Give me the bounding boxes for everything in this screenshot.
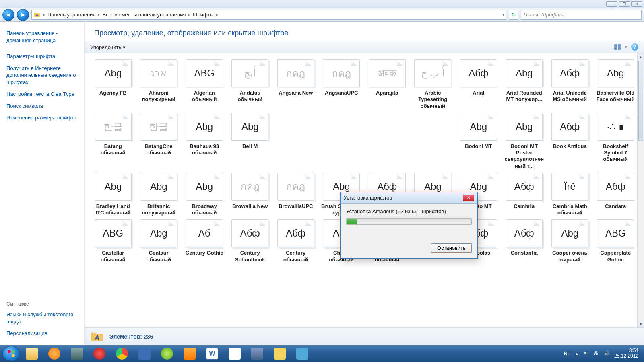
font-item[interactable]: AbgArial Rounded MT полужир... [503,59,546,109]
font-item[interactable]: ABGAlgerian обычный [183,59,226,109]
sidebar-link-text-services[interactable]: Языки и службы текстового ввода [5,309,79,327]
svg-point-9 [12,354,15,357]
search-input[interactable]: Поиск: Шрифты [521,10,642,20]
organize-button[interactable]: Упорядочить ▾ [90,44,126,50]
taskbar-app-icon[interactable] [134,346,155,361]
font-item[interactable]: अबकAparajita [366,59,409,109]
font-item[interactable]: АбфBook Antiqua [549,113,591,169]
back-button[interactable]: ◄ [2,9,14,21]
font-item[interactable]: АбфCentury Schoolbook [229,219,272,263]
scroll-down-icon[interactable]: ▼ [638,321,644,327]
font-item[interactable]: АбфArial [457,59,500,109]
scroll-up-icon[interactable]: ▲ [638,53,644,60]
font-item[interactable]: AbgBradley Hand ITC обычный [92,173,134,216]
font-item[interactable]: АбCentury Gothic [183,219,226,263]
font-item[interactable]: АбфCandara [594,173,637,216]
svg-rect-4 [618,47,621,50]
network-icon[interactable]: 🖧 [593,350,600,357]
sidebar-link-cleartype[interactable]: Настройка текста ClearType [5,88,79,100]
flag-icon[interactable]: ⚑ [583,350,589,357]
refresh-button[interactable]: ↻ [509,10,518,20]
language-indicator[interactable]: RU [564,351,571,356]
font-thumbnail: Абф [231,219,268,247]
font-item[interactable]: ABGCopperplate Gothic [594,219,637,263]
font-item[interactable]: AbgBauhaus 93 обычный [183,113,226,169]
taskbar-app-icon[interactable] [291,346,313,361]
taskbar-paint-icon[interactable] [224,346,246,361]
vertical-scrollbar[interactable]: ▲ ▼ [637,53,644,327]
font-label: Constantia [511,250,538,256]
minimize-button[interactable]: — [606,1,617,7]
sidebar-link-personalization[interactable]: Персонализация [5,327,79,339]
taskbar-explorer-icon[interactable] [21,346,43,361]
sidebar: Панель управления - домашняя страница Па… [0,22,85,345]
font-thumbnail: กคฎ [277,173,314,201]
fonts-folder-icon: A [33,11,41,19]
close-button[interactable]: ✕ [631,1,642,7]
font-item[interactable]: 한글Batang обычный [92,113,134,169]
taskbar-photo-icon[interactable] [246,346,268,361]
stop-button[interactable]: Остановить [431,243,472,253]
dialog-titlebar[interactable]: Установка шрифтов ✕ [341,192,477,204]
font-item[interactable]: AbgAgency FB [92,59,134,109]
font-item[interactable]: أ ب جArabic Typesetting обычный [412,59,454,109]
font-item[interactable]: กคฎAngsana New [275,59,317,109]
sidebar-link-home[interactable]: Панель управления - домашняя страница [5,27,79,46]
volume-icon[interactable]: 🔊 [604,350,610,357]
taskbar-app-icon[interactable] [269,346,291,361]
font-item[interactable]: กคฎBrowalliaUPC [275,173,317,216]
forward-button[interactable]: ► [17,9,29,21]
font-item[interactable]: กคฎAngsanaUPC [320,59,363,109]
font-item[interactable]: AbgCooper очень жирный [549,219,591,263]
clock[interactable]: 3:54 25.12.2012 [614,348,638,359]
taskbar-app-icon[interactable] [66,346,88,361]
font-item[interactable]: AbgBritannic полужирный [138,173,180,216]
font-item[interactable]: AbgBodoni MT Poster сверхуплотненный т..… [503,113,546,169]
dialog-close-button[interactable]: ✕ [463,195,474,201]
font-item[interactable]: אבגAharoni полужирный [138,59,180,109]
font-item[interactable]: ∙∴ ∎Bookshelf Symbol 7 обычный [594,113,637,169]
font-item[interactable]: AbgBell M [229,113,272,169]
view-options-icon[interactable] [614,43,621,51]
font-thumbnail: Abg [231,113,268,141]
dropdown-icon[interactable]: ▾ [502,12,504,17]
font-item[interactable]: AbgBaskerville Old Face обычный [594,59,637,109]
font-item[interactable]: AbgCentaur обычный [138,219,180,263]
font-item[interactable]: أبجAndalus обычный [229,59,272,109]
taskbar-app-icon[interactable] [156,346,178,361]
font-item[interactable]: АбфConstantia [503,219,546,263]
tray-up-icon[interactable]: ▲ [575,352,579,356]
font-item[interactable]: АбфCentury обычный [275,219,317,263]
breadcrumb-item[interactable]: Все элементы панели управления [102,12,186,18]
breadcrumb-item[interactable]: Шрифты [192,12,213,18]
sidebar-link-font-settings[interactable]: Параметры шрифта [5,50,79,62]
font-item[interactable]: กคฎBrowallia New [229,173,272,216]
font-label: Century Gothic [186,250,223,256]
taskbar-word-icon[interactable]: W [201,346,223,361]
font-item[interactable]: 한글BatangChe обычный [138,113,180,169]
sidebar-link-online-info[interactable]: Получить в Интернете дополнительные свед… [5,62,79,88]
sidebar-link-font-size[interactable]: Изменение размера шрифта [5,112,79,124]
font-item[interactable]: АбфArial Unicode MS обычный [549,59,591,109]
svg-point-8 [8,354,11,357]
taskbar-media-player-icon[interactable] [43,346,65,361]
font-item[interactable]: ABGCastellar обычный [92,219,134,263]
taskbar-chrome-icon[interactable] [111,346,133,361]
font-item[interactable]: АбфCambria [503,173,546,216]
address-bar[interactable]: A ▸ Панель управления ▸ Все элементы пан… [31,10,506,20]
sidebar-link-find-char[interactable]: Поиск символа [5,100,79,112]
maximize-button[interactable]: ❐ [619,1,630,7]
start-button[interactable] [2,346,20,361]
font-thumbnail: 한글 [95,113,132,141]
help-icon[interactable]: ? [631,43,638,51]
svg-rect-3 [614,47,617,50]
font-item[interactable]: AbgBroadway обычный [183,173,226,216]
font-item[interactable]: AbgBodoni MT [457,113,500,169]
taskbar-opera-icon[interactable] [89,346,110,361]
dropdown-icon[interactable]: ▾ [625,45,627,49]
scrollbar-thumb[interactable] [638,61,643,141]
font-item[interactable]: ÏrěCambria Math обычный [549,173,591,216]
taskbar-app-icon[interactable] [179,346,200,361]
breadcrumb-item[interactable]: Панель управления [47,12,95,18]
font-thumbnail: Abg [186,173,223,201]
